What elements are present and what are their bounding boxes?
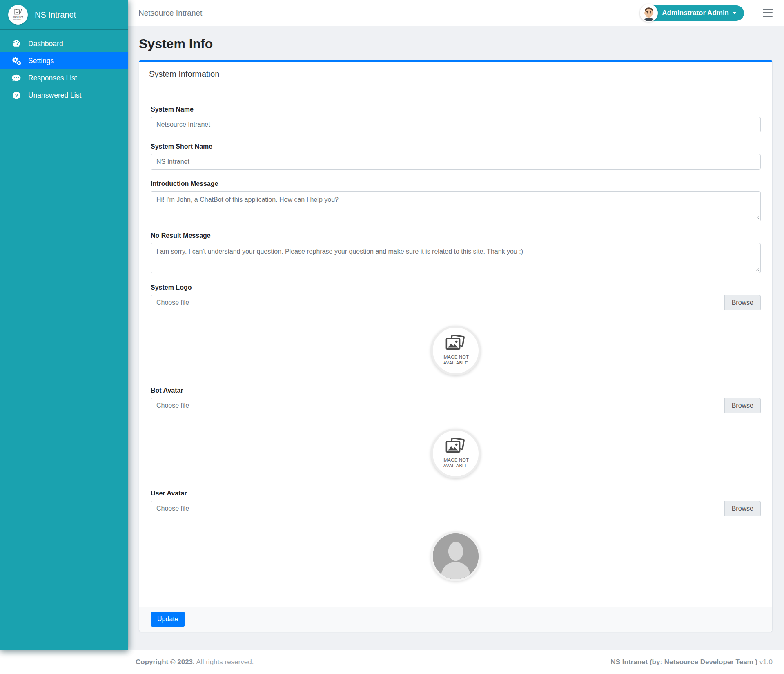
sidebar-item-label: Settings [28, 57, 54, 65]
sidebar: IMAGE NOT AVAILABLE NS Intranet Dashboar… [0, 0, 128, 650]
user-avatar-file-input[interactable]: Choose file Browse [151, 501, 761, 516]
question-circle-icon: ? [11, 91, 22, 100]
user-avatar-icon [640, 4, 658, 22]
bot-avatar-file-text[interactable]: Choose file [151, 398, 761, 413]
system-logo-file-input[interactable]: Choose file Browse [151, 295, 761, 310]
app-logo: IMAGE NOT AVAILABLE [8, 5, 28, 25]
no-result-message-label: No Result Message [151, 232, 761, 239]
gears-icon [11, 56, 22, 66]
user-menu-dropdown[interactable]: Adminstrator Admin [640, 4, 744, 22]
image-placeholder-text: IMAGE NOT AVAILABLE [443, 355, 469, 365]
system-logo-label: System Logo [151, 284, 761, 291]
sidebar-menu: Dashboard [0, 30, 128, 109]
sidebar-item-label: Dashboard [28, 40, 63, 48]
svg-text:?: ? [15, 92, 18, 98]
sidebar-brand[interactable]: NS Intranet [35, 10, 76, 20]
image-placeholder-icon [13, 9, 22, 16]
caret-down-icon [733, 12, 737, 14]
system-logo-preview: IMAGE NOT AVAILABLE [431, 326, 481, 375]
copyright-text: Copyright © 2023. All rights reserved. [136, 658, 254, 666]
system-logo-browse-button[interactable]: Browse [724, 295, 761, 310]
bot-avatar-file-input[interactable]: Choose file Browse [151, 398, 761, 413]
system-name-input[interactable] [151, 117, 761, 132]
page-title: System Info [139, 36, 773, 51]
user-avatar-file-text[interactable]: Choose file [151, 501, 761, 516]
introduction-message-textarea[interactable]: Hi! I'm John, a ChatBot of this applicat… [151, 191, 761, 221]
user-name: Adminstrator Admin [662, 9, 729, 17]
system-short-name-label: System Short Name [151, 143, 761, 150]
sidebar-item-unanswered-list[interactable]: ? Unanswered List [0, 87, 128, 104]
card-header: System Information [139, 62, 772, 87]
tachometer-icon [11, 39, 22, 48]
version-text: NS Intranet (by: Netsource Developer Tea… [611, 658, 773, 666]
sidebar-item-settings[interactable]: Settings [0, 52, 128, 69]
topbar: Netsource Intranet Admin [128, 0, 784, 26]
topbar-brand[interactable]: Netsource Intranet [138, 9, 202, 18]
system-logo-file-text[interactable]: Choose file [151, 295, 761, 310]
introduction-message-label: Introduction Message [151, 180, 761, 187]
bot-avatar-preview: IMAGE NOT AVAILABLE [431, 429, 481, 478]
bot-avatar-label: Bot Avatar [151, 387, 761, 394]
comment-dots-icon [11, 74, 22, 82]
user-avatar-browse-button[interactable]: Browse [724, 501, 761, 516]
no-result-message-textarea[interactable]: I am sorry. I can't understand your ques… [151, 243, 761, 273]
main-content: System Info System Information System Na… [128, 26, 784, 632]
image-placeholder-text: IMAGE NOT AVAILABLE [13, 16, 23, 21]
system-short-name-input[interactable] [151, 154, 761, 170]
update-button[interactable]: Update [151, 612, 185, 627]
person-silhouette-icon [433, 533, 479, 579]
system-info-card: System Information System Name System Sh… [139, 60, 773, 632]
sidebar-item-dashboard[interactable]: Dashboard [0, 35, 128, 52]
image-placeholder-icon [445, 438, 467, 456]
menu-toggle-button[interactable] [762, 7, 773, 18]
card-footer: Update [139, 607, 772, 632]
user-avatar-label: User Avatar [151, 490, 761, 497]
image-placeholder-icon [445, 335, 467, 353]
system-name-label: System Name [151, 106, 761, 113]
sidebar-item-label: Unanswered List [28, 91, 81, 100]
card-body: System Name System Short Name Introducti… [139, 87, 772, 607]
user-avatar-preview [431, 531, 481, 581]
image-placeholder-text: IMAGE NOT AVAILABLE [443, 458, 469, 468]
sidebar-header: IMAGE NOT AVAILABLE NS Intranet [0, 0, 128, 30]
sidebar-item-label: Responses List [28, 74, 77, 83]
bot-avatar-browse-button[interactable]: Browse [724, 398, 761, 413]
page-footer: Copyright © 2023. All rights reserved. N… [0, 650, 784, 674]
sidebar-item-responses-list[interactable]: Responses List [0, 69, 128, 87]
